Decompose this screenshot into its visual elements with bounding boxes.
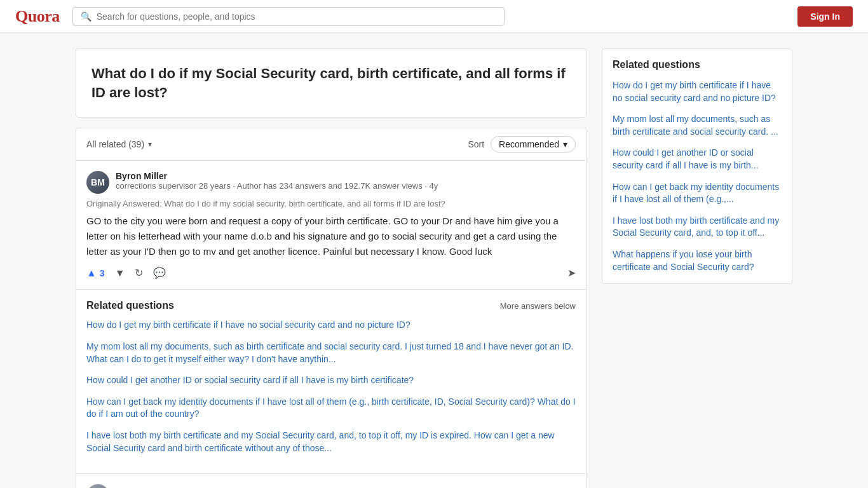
chevron-down-icon: ▾ [563, 139, 567, 149]
answer-item: BM Byron Miller corrections supervisor 2… [76, 161, 586, 290]
sign-in-button[interactable]: Sign In [797, 6, 853, 27]
share-icon: ➤ [567, 267, 576, 279]
right-related-link-4[interactable]: How can I get back my identity documents… [613, 181, 782, 206]
author-info: Byron Miller corrections supervisor 28 y… [116, 171, 576, 191]
all-related-label: All related (39) [86, 139, 144, 149]
recommended-label: Recommended [499, 139, 559, 149]
quora-logo[interactable]: Quora [15, 7, 60, 26]
downvote-icon: ▼ [115, 268, 125, 279]
related-link-1[interactable]: How do I get my birth certificate if I h… [86, 319, 576, 332]
question-card: What do I do if my Social Security card,… [76, 48, 587, 118]
reshare-button[interactable]: ↻ [135, 267, 143, 279]
downvote-button[interactable]: ▼ [115, 268, 125, 279]
right-sidebar-card: Related questions How do I get my birth … [602, 48, 792, 284]
filter-bar: All related (39) ▾ Sort Recommended ▾ [76, 128, 586, 161]
search-icon: 🔍 [81, 11, 92, 22]
sort-label: Sort [468, 139, 484, 149]
right-sidebar-title: Related questions [613, 59, 782, 71]
avatar: BM [86, 171, 109, 194]
question-title: What do I do if my Social Security card,… [92, 64, 571, 102]
author-meta: corrections supervisor 28 years · Author… [116, 181, 576, 191]
recommended-button[interactable]: Recommended ▾ [491, 136, 576, 152]
originally-answered: Originally Answered: What do I do if my … [86, 199, 576, 208]
upvote-button[interactable]: ▲ 3 [86, 268, 105, 279]
all-related-filter[interactable]: All related (39) ▾ [86, 139, 152, 149]
search-bar: 🔍 [72, 7, 505, 26]
comment-button[interactable]: 💬 [153, 267, 166, 279]
share-button[interactable]: ➤ [567, 267, 576, 279]
upvote-count: 3 [100, 268, 105, 278]
related-link-5[interactable]: I have lost both my birth certificate an… [86, 430, 576, 454]
right-related-link-2[interactable]: My mom lost all my documents, such as bi… [613, 113, 782, 138]
right-related-link-6[interactable]: What happens if you lose your birth cert… [613, 248, 782, 273]
related-link-4[interactable]: How can I get back my identity documents… [86, 396, 576, 421]
comment-icon: 💬 [153, 267, 166, 279]
right-column: Related questions How do I get my birth … [602, 48, 792, 488]
related-link-3[interactable]: How could I get another ID or social sec… [86, 374, 576, 387]
more-answers-label: More answers below [500, 301, 576, 311]
left-column: What do I do if my Social Security card,… [76, 48, 587, 488]
related-questions-title: Related questions [86, 300, 174, 311]
related-link-2[interactable]: My mom lost all my documents, such as bi… [86, 341, 576, 365]
right-related-link-5[interactable]: I have lost both my birth certificate an… [613, 215, 782, 240]
header: Quora 🔍 Sign In [0, 0, 868, 33]
answer-text: GO to the city you were born and request… [86, 214, 576, 259]
related-in-answers: Related questions More answers below How… [76, 290, 586, 474]
answers-section: All related (39) ▾ Sort Recommended ▾ BM [76, 128, 587, 488]
avatar-initials: BM [91, 177, 105, 187]
right-related-link-1[interactable]: How do I get my birth certificate if I h… [613, 79, 782, 104]
share-container: ➤ [567, 267, 576, 279]
right-related-link-3[interactable]: How could I get another ID or social sec… [613, 147, 782, 172]
reshare-icon: ↻ [135, 267, 143, 279]
answer-header: BM Byron Miller corrections supervisor 2… [86, 171, 576, 194]
related-in-answers-header: Related questions More answers below [86, 300, 576, 311]
search-input[interactable] [97, 11, 496, 22]
author-name[interactable]: Byron Miller [116, 171, 576, 181]
avatar-small [86, 484, 109, 488]
second-answer-placeholder [76, 474, 586, 488]
upvote-icon: ▲ [86, 268, 97, 279]
answer-actions: ▲ 3 ▼ ↻ 💬 ➤ [86, 267, 576, 279]
main-container: What do I do if my Social Security card,… [65, 33, 803, 488]
sort-container: Sort Recommended ▾ [468, 136, 576, 152]
chevron-down-icon: ▾ [148, 140, 152, 149]
